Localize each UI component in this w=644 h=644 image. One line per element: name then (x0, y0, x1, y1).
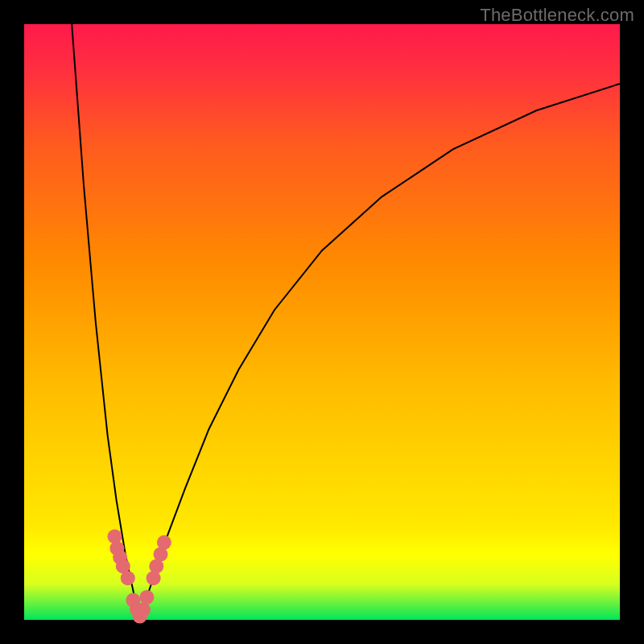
threshold-markers (108, 529, 171, 623)
threshold-marker (157, 535, 171, 550)
series-right-branch (140, 84, 620, 617)
threshold-marker (136, 602, 151, 617)
chart-frame: TheBottleneck.com (0, 0, 644, 644)
watermark-text: TheBottleneck.com (480, 5, 634, 26)
threshold-marker (121, 571, 135, 585)
threshold-marker (139, 590, 154, 605)
series-left-branch (72, 24, 139, 617)
chart-svg (24, 24, 620, 620)
plot-area (24, 24, 620, 620)
